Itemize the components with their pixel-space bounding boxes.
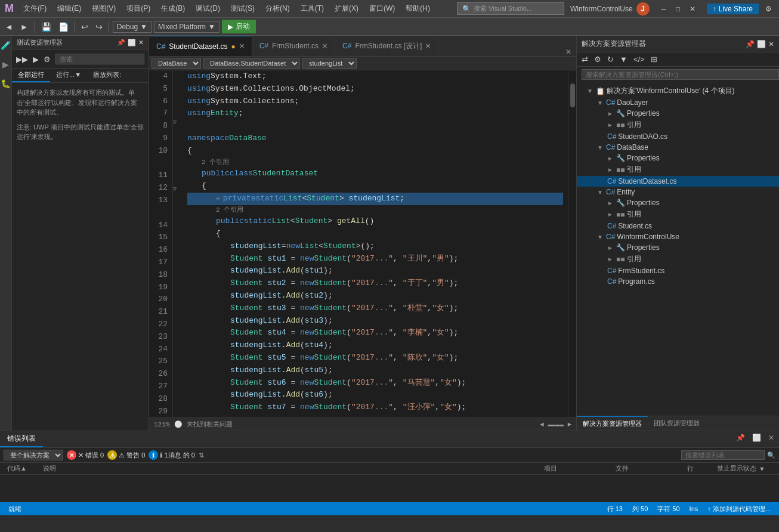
status-source-control[interactable]: ↑ 添加到源代码管理... xyxy=(704,505,774,514)
start-button[interactable]: ▶ 启动 xyxy=(222,20,256,33)
fold-9[interactable]: ▽ xyxy=(173,118,183,128)
status-col[interactable]: 列 50 xyxy=(629,505,651,514)
tree-database[interactable]: ▼ C# DataBase xyxy=(577,142,779,153)
settings-icon[interactable]: ⚙ xyxy=(762,3,774,15)
run-selected-tab[interactable]: 运行...▼ xyxy=(50,69,87,82)
solution-root[interactable]: ▼ 📋 解决方案'WinformControlUse' (4 个项目) xyxy=(577,85,779,97)
panel-close-icon[interactable]: ✕ xyxy=(138,39,144,47)
run-btn[interactable]: ▶ xyxy=(31,54,41,64)
sol-close-icon[interactable]: ✕ xyxy=(768,40,774,48)
tab-frmstudent-close[interactable]: ✕ xyxy=(322,42,327,50)
toolbar-saveall[interactable]: 📄 xyxy=(56,21,71,33)
tab-frmstudent-design-close[interactable]: ✕ xyxy=(425,42,431,50)
error-list-tab[interactable]: 错误列表 xyxy=(0,431,43,447)
sol-code-btn[interactable]: </> xyxy=(631,54,647,65)
tab-studentdataset-close[interactable]: ✕ xyxy=(239,42,245,50)
sort-icon[interactable]: ⇅ xyxy=(199,451,204,459)
error-search-icon[interactable]: 🔍 xyxy=(767,451,775,459)
editor-scrollbar[interactable] xyxy=(568,70,576,417)
activity-test[interactable]: 🧪 xyxy=(1,38,11,52)
tab-frmstudent[interactable]: C# FrmStudent.cs ✕ xyxy=(252,36,335,56)
class-select[interactable]: DataBase.StudentDataset xyxy=(203,58,300,69)
toolbar-forward[interactable]: ► xyxy=(18,21,31,33)
sol-properties-btn[interactable]: ⚙ xyxy=(592,54,604,65)
menu-tools[interactable]: 工具(T) xyxy=(296,2,329,15)
member-select[interactable]: studengList xyxy=(302,58,357,69)
menu-file[interactable]: 文件(F) xyxy=(18,2,51,15)
tree-db-props[interactable]: ► 🔧 Properties xyxy=(577,153,779,163)
menu-extensions[interactable]: 扩展(X) xyxy=(330,2,363,15)
sol-float-icon[interactable]: ⬜ xyxy=(757,40,766,48)
tree-winform-props[interactable]: ► 🔧 Properties xyxy=(577,242,779,253)
sol-view-btn[interactable]: ⊞ xyxy=(648,54,660,65)
tree-db-refs[interactable]: ► ■■ 引用 xyxy=(577,163,779,176)
bottom-pin-icon[interactable]: 📌 xyxy=(734,432,747,446)
status-row[interactable]: 行 13 xyxy=(604,505,626,514)
tree-winform-program[interactable]: C# Program.cs xyxy=(577,276,779,287)
tree-daolayer-refs[interactable]: ► ■■ 引用 xyxy=(577,119,779,131)
test-settings-btn[interactable]: ⚙ xyxy=(42,54,52,64)
sol-pin-icon[interactable]: 📌 xyxy=(746,40,755,48)
live-share-button[interactable]: ↑ Live Share xyxy=(707,4,759,14)
test-search-input[interactable] xyxy=(55,54,144,64)
code-ref-1: 2 个引用 xyxy=(187,157,563,168)
tree-db-studentdataset[interactable]: C# StudentDataset.cs xyxy=(577,176,779,187)
tree-entity-props[interactable]: ► 🔧 Properties xyxy=(577,197,779,208)
menu-analyze[interactable]: 分析(N) xyxy=(261,2,295,15)
debug-config-dropdown[interactable]: Debug ▼ xyxy=(113,21,152,33)
bottom-float-icon[interactable]: ⬜ xyxy=(750,432,763,446)
fold-14[interactable]: ▽ xyxy=(173,185,183,194)
tree-winform[interactable]: ▼ C# WinformControlUse xyxy=(577,231,779,242)
tree-entity-student[interactable]: C# Student.cs xyxy=(577,221,779,231)
solution-tab[interactable]: 解决方案资源管理器 xyxy=(577,416,648,431)
tree-daolayer-props[interactable]: ► 🔧 Properties xyxy=(577,108,779,119)
menu-view[interactable]: 视图(V) xyxy=(87,2,120,15)
scrollbar-thumb[interactable] xyxy=(570,83,575,107)
run-all-btn[interactable]: ▶▶ xyxy=(14,54,30,64)
tree-winform-refs[interactable]: ► ■■ 引用 xyxy=(577,253,779,265)
sol-refresh-btn[interactable]: ↻ xyxy=(605,54,616,65)
menu-project[interactable]: 项目(P) xyxy=(122,2,155,15)
close-all-tabs[interactable]: ✕ xyxy=(561,48,576,56)
toolbar-undo[interactable]: ↩ xyxy=(79,21,91,33)
run-all-tab[interactable]: 全部运行 xyxy=(12,69,50,82)
tab-frmstudent-design[interactable]: C# FrmStudent.cs [设计] ✕ xyxy=(335,36,438,56)
platform-dropdown[interactable]: Mixed Platform ▼ xyxy=(154,21,220,33)
tab-studentdataset[interactable]: C# StudentDataset.cs ● ✕ xyxy=(149,36,252,56)
menu-build[interactable]: 生成(B) xyxy=(156,2,190,15)
panel-pin-icon[interactable]: 📌 xyxy=(117,39,125,47)
sol-filter-btn[interactable]: ▼ xyxy=(617,54,630,65)
tree-entity-refs[interactable]: ► ■■ 引用 xyxy=(577,208,779,221)
code-content[interactable]: using System.Text; using System.Collecti… xyxy=(183,70,568,417)
activity-run[interactable]: ▶ xyxy=(2,57,9,72)
scope-select[interactable]: 整个解决方案 xyxy=(4,450,63,460)
menu-help[interactable]: 帮助(H) xyxy=(401,2,435,15)
tree-daolayer-studentdao[interactable]: C# StudentDAO.cs xyxy=(577,131,779,142)
sol-sync-btn[interactable]: ⇄ xyxy=(579,54,591,65)
namespace-select[interactable]: DataBase xyxy=(152,58,201,69)
tree-daolayer[interactable]: ▼ C# DaoLayer xyxy=(577,97,779,108)
tree-winform-frm[interactable]: C# FrmStudent.cs xyxy=(577,265,779,276)
toolbar-redo[interactable]: ↪ xyxy=(93,21,105,33)
col-suppress-filter[interactable]: ▼ xyxy=(759,465,765,472)
panel-float-icon[interactable]: ⬜ xyxy=(128,39,136,47)
solution-search-input[interactable] xyxy=(582,69,779,80)
toolbar-back[interactable]: ◄ xyxy=(2,21,16,33)
bottom-close-icon[interactable]: ✕ xyxy=(766,432,777,446)
activity-debug[interactable]: 🐛 xyxy=(1,76,11,91)
global-search[interactable]: 🔍 搜索 Visual Studio... xyxy=(457,2,564,15)
team-tab[interactable]: 团队资源管理器 xyxy=(648,416,706,431)
tree-entity[interactable]: ▼ C# Entity xyxy=(577,187,779,197)
editor-scroll-indicator[interactable]: ◄ ▬▬▬▬ ► xyxy=(540,421,571,428)
error-search-input[interactable] xyxy=(681,450,765,460)
close-button[interactable]: ✕ xyxy=(687,3,698,15)
menu-debug[interactable]: 调试(D) xyxy=(191,2,225,15)
menu-test[interactable]: 测试(S) xyxy=(226,2,259,15)
playlist-tab[interactable]: 播放列表: xyxy=(87,69,127,82)
menu-edit[interactable]: 编辑(E) xyxy=(52,2,86,15)
status-ins[interactable]: Ins xyxy=(686,505,702,514)
toolbar-save[interactable]: 💾 xyxy=(39,21,54,33)
menu-window[interactable]: 窗口(W) xyxy=(364,2,400,15)
maximize-button[interactable]: □ xyxy=(672,3,684,15)
minimize-button[interactable]: ─ xyxy=(658,3,670,15)
